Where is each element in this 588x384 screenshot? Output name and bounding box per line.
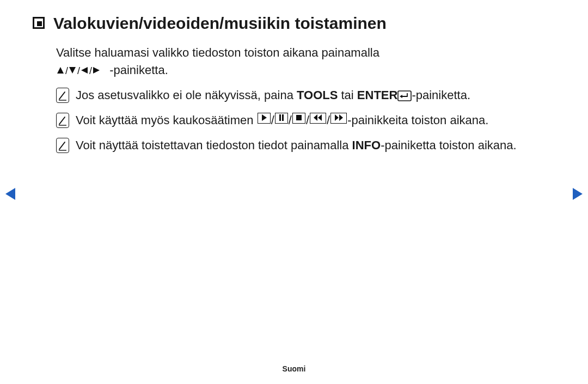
svg-marker-17 [339, 114, 343, 121]
svg-text:/: / [65, 66, 68, 76]
section-bullet-icon [33, 17, 45, 29]
rewind-icon [310, 113, 326, 124]
note-icon [56, 138, 69, 153]
note1-text: Jos asetusvalikko ei ole näkyvissä, pain… [76, 87, 555, 104]
info-label: INFO [352, 138, 381, 152]
page-footer-language: Suomi [0, 364, 588, 373]
svg-marker-15 [318, 114, 322, 121]
note3-a: Voit näyttää toistettavan tiedoston tied… [76, 138, 352, 152]
note3-text: Voit näyttää toistettavan tiedoston tied… [76, 137, 555, 154]
manual-page: Valokuvien/videoiden/musiikin toistamine… [0, 0, 588, 384]
svg-rect-12 [282, 114, 284, 121]
note1-c: -painiketta. [412, 88, 470, 102]
intro-text-b: -painiketta. [109, 63, 168, 77]
enter-icon [397, 88, 412, 102]
svg-rect-8 [398, 91, 411, 101]
note1-b: tai [338, 88, 357, 102]
svg-marker-5 [81, 67, 88, 74]
fast-forward-icon [330, 113, 347, 124]
note-remote-buttons: Voit käyttää myös kaukosäätimen ////-pai… [56, 112, 555, 129]
svg-marker-16 [335, 114, 339, 121]
dpad-arrow-icons: / / / [56, 63, 109, 77]
intro-text-a: Valitse haluamasi valikko tiedoston tois… [56, 46, 379, 59]
prev-page-arrow[interactable] [5, 188, 15, 200]
body-content: Valitse haluamasi valikko tiedoston tois… [33, 44, 555, 154]
note-info-button: Voit näyttää toistettavan tiedoston tied… [56, 137, 555, 154]
svg-marker-14 [314, 114, 317, 121]
svg-text:/: / [77, 66, 80, 76]
svg-text:/: / [89, 66, 92, 76]
note2-a: Voit käyttää myös kaukosäätimen [76, 113, 257, 127]
svg-rect-13 [296, 115, 302, 120]
play-icon [258, 113, 271, 124]
enter-label: ENTER [357, 88, 398, 102]
note-icon [56, 113, 69, 128]
note2-text: Voit käyttää myös kaukosäätimen ////-pai… [76, 112, 555, 129]
note2-b: -painikkeita toiston aikana. [347, 113, 488, 127]
note-tools-enter: Jos asetusvalikko ei ole näkyvissä, pain… [56, 87, 555, 104]
note-icon [56, 88, 69, 103]
note3-b: -painiketta toiston aikana. [381, 138, 517, 152]
svg-marker-3 [69, 67, 76, 74]
svg-marker-0 [57, 67, 64, 74]
tools-label: TOOLS [297, 88, 338, 102]
pause-icon [275, 113, 288, 124]
stop-icon [292, 113, 305, 124]
intro-paragraph: Valitse haluamasi valikko tiedoston tois… [56, 44, 555, 79]
next-page-arrow[interactable] [573, 188, 583, 200]
svg-marker-10 [262, 114, 267, 121]
svg-marker-9 [400, 95, 402, 98]
section-title-row: Valokuvien/videoiden/musiikin toistamine… [33, 14, 555, 33]
remote-control-icons: //// [257, 113, 348, 127]
svg-rect-11 [279, 114, 281, 121]
svg-marker-7 [93, 67, 100, 74]
note1-a: Jos asetusvalikko ei ole näkyvissä, pain… [76, 88, 297, 102]
section-title: Valokuvien/videoiden/musiikin toistamine… [53, 14, 387, 33]
